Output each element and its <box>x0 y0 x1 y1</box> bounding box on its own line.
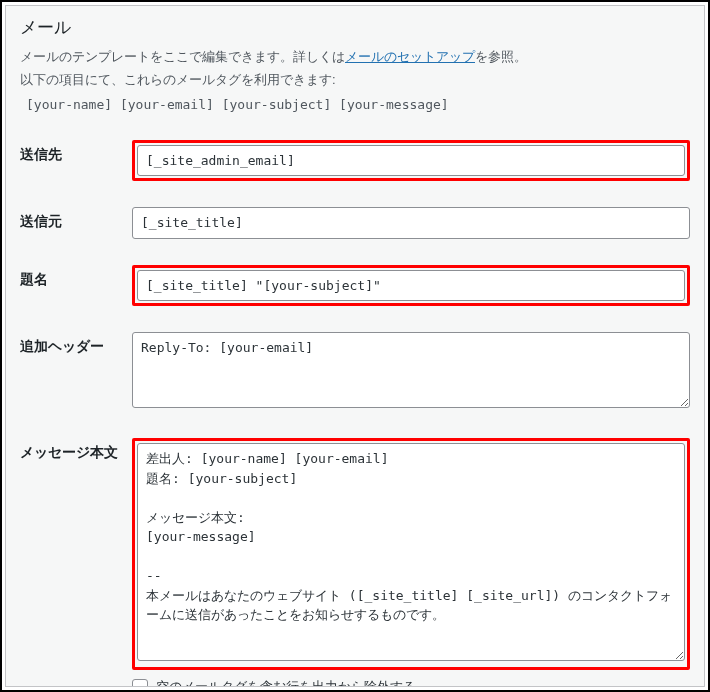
desc-suffix: を参照。 <box>475 49 527 64</box>
label-to: 送信先 <box>20 140 132 164</box>
label-body: メッセージ本文 <box>20 438 132 462</box>
tags-intro: 以下の項目にて、これらのメールタグを利用できます: <box>20 70 690 91</box>
exclude-blank-label: 空のメールタグを含む行を出力から除外する <box>156 678 416 687</box>
headers-textarea[interactable] <box>132 332 690 408</box>
highlight-body <box>132 438 690 670</box>
subject-input[interactable] <box>137 270 685 302</box>
body-textarea[interactable] <box>137 443 685 661</box>
description: メールのテンプレートをここで編集できます。詳しくはメールのセットアップを参照。 <box>20 47 690 68</box>
label-from: 送信元 <box>20 207 132 231</box>
section-title: メール <box>20 16 690 39</box>
exclude-blank-checkbox[interactable] <box>132 679 148 687</box>
highlight-subject <box>132 265 690 307</box>
setup-link[interactable]: メールのセットアップ <box>345 49 475 64</box>
mail-panel: メール メールのテンプレートをここで編集できます。詳しくはメールのセットアップを… <box>5 5 705 687</box>
highlight-to <box>132 140 690 182</box>
from-input[interactable] <box>132 207 690 239</box>
to-input[interactable] <box>137 145 685 177</box>
label-subject: 題名 <box>20 265 132 289</box>
exclude-blank-row[interactable]: 空のメールタグを含む行を出力から除外する <box>132 678 690 687</box>
desc-prefix: メールのテンプレートをここで編集できます。詳しくは <box>20 49 345 64</box>
mail-tags: [your-name] [your-email] [your-subject] … <box>20 93 690 120</box>
label-headers: 追加ヘッダー <box>20 332 132 356</box>
